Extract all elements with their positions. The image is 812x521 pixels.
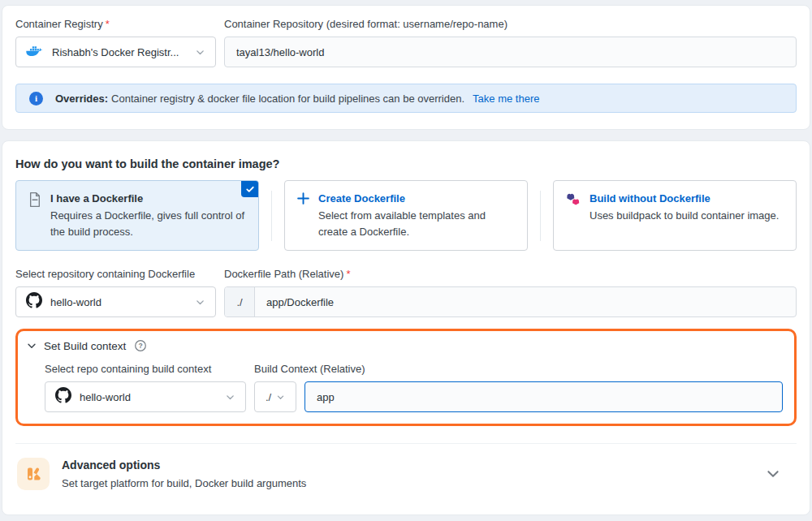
option-description: Select from available templates and crea…	[318, 208, 516, 240]
chevron-down-icon[interactable]	[766, 467, 780, 481]
chevron-down-icon	[276, 393, 285, 402]
build-context-section: Set Build context ? Select repo containi…	[15, 329, 797, 426]
dockerfile-path-field: Dockerfile Path (Relative)* ./	[224, 267, 797, 317]
context-repo-field: Select repo containing build context hel…	[45, 362, 246, 412]
build-section-title: How do you want to build the container i…	[15, 157, 797, 170]
option-create-dockerfile[interactable]: Create Dockerfile Select from available …	[284, 180, 528, 251]
registry-panel: Container Registry* Rishabh's Docker Reg…	[2, 5, 810, 130]
dockerfile-path-label-text: Dockerfile Path (Relative)	[224, 268, 343, 280]
container-registry-field: Container Registry* Rishabh's Docker Reg…	[15, 17, 216, 67]
context-repo-label: Select repo containing build context	[45, 362, 246, 376]
context-repo-select[interactable]: hello-world	[45, 381, 246, 412]
dockerfile-path-label: Dockerfile Path (Relative)*	[224, 267, 797, 281]
build-option-cards: I have a Dockerfile Requires a Dockerfil…	[15, 180, 797, 251]
option-build-without-dockerfile[interactable]: Build without Dockerfile Uses buildpack …	[553, 180, 797, 251]
swatches-icon	[17, 458, 50, 490]
container-registry-label: Container Registry*	[15, 17, 216, 31]
container-repository-label: Container Repository (desired format: us…	[224, 17, 797, 31]
build-config-panel: How do you want to build the container i…	[2, 140, 810, 515]
container-repository-field: Container Repository (desired format: us…	[224, 17, 797, 67]
option-title: Create Dockerfile	[318, 191, 516, 206]
build-context-input[interactable]	[304, 381, 783, 412]
github-icon	[55, 387, 71, 407]
chevron-down-icon	[26, 340, 37, 351]
github-icon	[26, 292, 42, 312]
context-prefix-select[interactable]: ./	[254, 381, 296, 412]
build-context-header[interactable]: Set Build context ?	[26, 339, 783, 352]
context-prefix-value: ./	[266, 391, 271, 403]
build-configuration-page: Container Registry* Rishabh's Docker Reg…	[0, 0, 812, 521]
dockerfile-repo-field: Select repository containing Dockerfile …	[15, 267, 216, 317]
container-repository-input[interactable]	[224, 37, 797, 67]
selected-checkbox[interactable]	[241, 181, 258, 197]
docker-whale-icon	[26, 44, 44, 61]
required-asterisk: *	[106, 18, 110, 30]
help-icon[interactable]: ?	[134, 339, 147, 352]
info-icon: i	[29, 92, 43, 105]
chevron-down-icon	[225, 392, 235, 403]
card-divider	[271, 191, 272, 241]
dockerfile-path-input[interactable]	[255, 287, 796, 316]
overrides-banner-title: Overrides:	[55, 93, 108, 105]
option-have-dockerfile[interactable]: I have a Dockerfile Requires a Dockerfil…	[15, 180, 259, 251]
advanced-options-description: Set target platform for build, Docker bu…	[62, 476, 306, 491]
option-description: Uses buildpack to build container image.	[590, 208, 779, 224]
take-me-there-link[interactable]: Take me there	[473, 93, 539, 105]
dockerfile-document-icon	[28, 192, 42, 208]
dockerfile-repo-value: hello-world	[50, 296, 102, 308]
path-prefix: ./	[225, 287, 255, 316]
option-title: I have a Dockerfile	[50, 191, 247, 206]
overrides-banner-body: Container registry & docker file locatio…	[111, 93, 464, 105]
container-registry-label-text: Container Registry	[15, 18, 103, 30]
plus-icon	[296, 192, 310, 205]
dockerfile-repo-select[interactable]: hello-world	[15, 286, 216, 317]
container-registry-value: Rishabh's Docker Registr...	[52, 46, 179, 58]
svg-text:?: ?	[139, 342, 143, 350]
overrides-banner: i Overrides:Container registry & docker …	[15, 84, 797, 113]
advanced-options-row[interactable]: Advanced options Set target platform for…	[15, 444, 797, 491]
build-context-title: Set Build context	[44, 340, 126, 352]
container-registry-select[interactable]: Rishabh's Docker Registr...	[15, 37, 216, 67]
build-context-field: Build Context (Relative) ./	[254, 362, 783, 412]
advanced-options-title: Advanced options	[62, 457, 306, 473]
card-divider	[540, 191, 541, 241]
dockerfile-path-input-group: ./	[224, 286, 797, 317]
build-context-label: Build Context (Relative)	[254, 362, 783, 376]
chevron-down-icon	[195, 47, 205, 58]
overrides-banner-text: Overrides:Container registry & docker fi…	[55, 93, 464, 105]
required-asterisk: *	[346, 268, 350, 280]
buildpack-icon	[565, 192, 581, 208]
option-title: Build without Dockerfile	[590, 191, 779, 206]
dockerfile-repo-label: Select repository containing Dockerfile	[15, 267, 216, 281]
context-repo-value: hello-world	[80, 391, 131, 403]
chevron-down-icon	[195, 297, 205, 308]
option-description: Requires a Dockerfile, gives full contro…	[50, 208, 247, 240]
